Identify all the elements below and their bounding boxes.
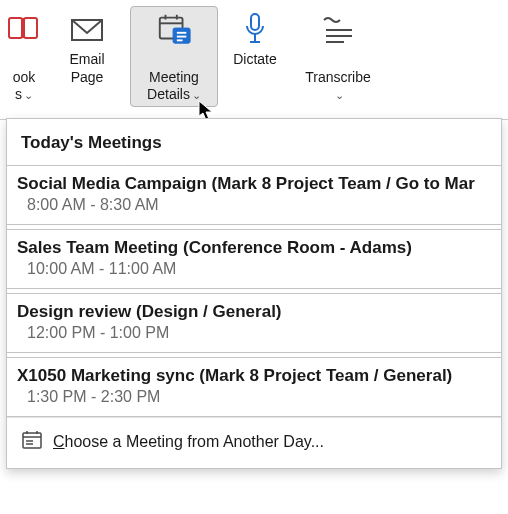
meeting-time: 8:00 AM - 8:30 AM: [17, 196, 491, 214]
svg-rect-0: [9, 18, 22, 38]
envelope-icon: [69, 11, 105, 47]
dictate-label: Dictate: [233, 51, 277, 69]
email-page-label: Email Page: [69, 51, 104, 86]
chevron-down-icon: ⌄: [24, 89, 33, 101]
meeting-item[interactable]: Design review (Design / General) 12:00 P…: [6, 293, 502, 353]
book-button-partial[interactable]: ook s⌄: [4, 6, 44, 107]
transcribe-icon: [320, 11, 356, 47]
meetings-header: Today's Meetings: [7, 119, 501, 165]
transcribe-button[interactable]: Transcribe⌄: [292, 6, 384, 107]
meeting-title: Design review (Design / General): [17, 302, 491, 322]
microphone-icon: [237, 11, 273, 47]
choose-another-day-label: Choose a Meeting from Another Day...: [53, 433, 324, 451]
meetings-dropdown: Today's Meetings Social Media Campaign (…: [6, 118, 502, 469]
choose-another-day[interactable]: Choose a Meeting from Another Day...: [7, 417, 501, 468]
meeting-item[interactable]: X1050 Marketing sync (Mark 8 Project Tea…: [6, 357, 502, 417]
ribbon-toolbar: ook s⌄ Email Page Meeting De: [0, 0, 508, 120]
calendar-details-icon: [156, 11, 192, 47]
meeting-details-button[interactable]: Meeting Details⌄: [130, 6, 218, 107]
chevron-down-icon: ⌄: [192, 89, 201, 101]
email-page-button[interactable]: Email Page: [46, 6, 128, 89]
meeting-title: Sales Team Meeting (Conference Room - Ad…: [17, 238, 491, 258]
meeting-time: 12:00 PM - 1:00 PM: [17, 324, 491, 342]
meeting-title: X1050 Marketing sync (Mark 8 Project Tea…: [17, 366, 491, 386]
meeting-item[interactable]: Sales Team Meeting (Conference Room - Ad…: [6, 229, 502, 289]
meeting-title: Social Media Campaign (Mark 8 Project Te…: [17, 174, 491, 194]
meeting-time: 10:00 AM - 11:00 AM: [17, 260, 491, 278]
calendar-small-icon: [21, 430, 43, 454]
transcribe-label: Transcribe⌄: [305, 51, 371, 104]
book-icon: [6, 11, 42, 47]
book-label: ook s⌄: [13, 51, 36, 104]
dictate-button[interactable]: Dictate: [220, 6, 290, 72]
meeting-details-label: Meeting Details⌄: [147, 51, 201, 104]
svg-rect-12: [251, 14, 259, 30]
meeting-item[interactable]: Social Media Campaign (Mark 8 Project Te…: [6, 165, 502, 225]
svg-rect-1: [24, 18, 37, 38]
meeting-time: 1:30 PM - 2:30 PM: [17, 388, 491, 406]
meeting-list: Social Media Campaign (Mark 8 Project Te…: [7, 165, 501, 417]
chevron-down-icon: ⌄: [335, 89, 344, 101]
